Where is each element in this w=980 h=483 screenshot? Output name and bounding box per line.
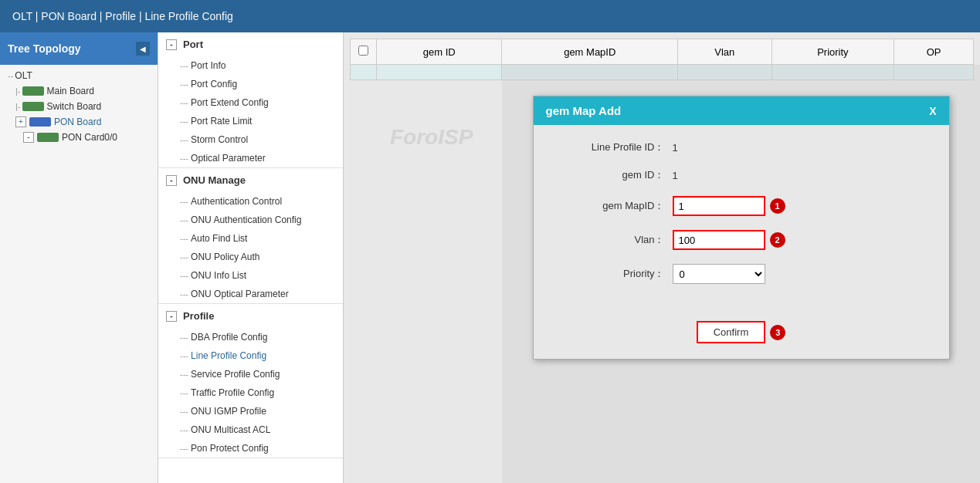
tree-item-main-board[interactable]: |- Main Board — [0, 83, 158, 99]
vlan-row: Vlan： 2 — [557, 230, 926, 250]
onu-policy-auth-item[interactable]: ONU Policy Auth — [158, 248, 343, 266]
table-header-priority: Priority — [771, 39, 894, 65]
storm-control-item[interactable]: Storm Control — [158, 130, 343, 149]
port-section-label: Port — [183, 39, 203, 50]
tree-item-pon-card[interactable]: - PON Card0/0 — [0, 130, 158, 145]
table-header-checkbox — [351, 39, 377, 65]
pon-card-label: PON Card0/0 — [62, 132, 117, 143]
step-badge-1: 1 — [770, 198, 785, 214]
authentication-control-item[interactable]: Authentication Control — [158, 192, 343, 211]
line-profile-item[interactable]: Line Profile Config — [158, 346, 343, 365]
vlan-label: Vlan： — [557, 233, 665, 247]
gem-id-row: gem ID： 1 — [557, 168, 926, 182]
line-profile-id-row: Line Profile ID： 1 — [557, 140, 926, 154]
onu-optical-param-item[interactable]: ONU Optical Parameter — [158, 285, 343, 303]
sidebar: Tree Topology ◀ -- OLT |- Main Board |- — [0, 32, 158, 483]
onu-info-list-item[interactable]: ONU Info List — [158, 266, 343, 285]
port-rate-limit-item[interactable]: Port Rate Limit — [158, 112, 343, 130]
onu-igmp-profile-item[interactable]: ONU IGMP Profile — [158, 402, 343, 421]
olt-label: OLT — [15, 70, 32, 81]
pon-board-icon — [29, 117, 51, 127]
step-badge-3: 3 — [770, 325, 785, 340]
tree-connector: -- — [8, 71, 13, 80]
table-header-op: OP — [894, 39, 974, 65]
service-profile-item[interactable]: Service Profile Config — [158, 365, 343, 383]
pon-board-expand[interactable]: + — [15, 117, 26, 127]
faded-cell — [377, 65, 502, 80]
breadcrumb-text: OLT | PON Board | Profile | Line Profile… — [12, 10, 233, 22]
line-profile-id-label: Line Profile ID： — [557, 140, 665, 154]
profile-section: - Profile DBA Profile Config Line Profil… — [158, 304, 343, 458]
pon-card-expand[interactable]: - — [23, 132, 34, 143]
line-profile-id-value: 1 — [673, 142, 678, 154]
port-config-item[interactable]: Port Config — [158, 75, 343, 93]
modal-overlay: gem Map Add X Line Profile ID： 1 — [502, 65, 980, 483]
vlan-input[interactable] — [673, 230, 765, 250]
dba-profile-item[interactable]: DBA Profile Config — [158, 328, 343, 346]
profile-section-icon[interactable]: - — [166, 311, 177, 322]
switch-board-icon — [22, 102, 44, 111]
traffic-profile-item[interactable]: Traffic Profile Config — [158, 383, 343, 402]
port-section-header[interactable]: - Port — [158, 32, 343, 56]
onu-manage-label: ONU Manage — [183, 174, 246, 186]
table-header-vlan: Vlan — [678, 39, 771, 65]
step-badge-2: 2 — [770, 232, 785, 248]
onu-auth-config-item[interactable]: ONU Authentication Config — [158, 211, 343, 229]
priority-select[interactable]: 0 1 2 3 4 5 6 7 — [673, 264, 765, 284]
onu-manage-header[interactable]: - ONU Manage — [158, 168, 343, 192]
tree-item-switch-board[interactable]: |- Switch Board — [0, 99, 158, 114]
gem-mapid-label: gem MapID： — [557, 199, 665, 213]
faded-cell — [351, 65, 377, 80]
profile-section-header[interactable]: - Profile — [158, 304, 343, 328]
tree-item-pon-board[interactable]: + PON Board — [0, 114, 158, 130]
gem-map-add-modal: gem Map Add X Line Profile ID： 1 — [533, 96, 950, 360]
breadcrumb: OLT | PON Board | Profile | Line Profile… — [0, 0, 980, 32]
onu-manage-section: - ONU Manage Authentication Control ONU … — [158, 168, 343, 304]
auto-find-list-item[interactable]: Auto Find List — [158, 229, 343, 248]
table-header-gemmapid: gem MapID — [502, 39, 678, 65]
port-info-item[interactable]: Port Info — [158, 56, 343, 75]
main-board-label: Main Board — [47, 86, 94, 96]
gem-id-label: gem ID： — [557, 168, 665, 182]
sidebar-collapse-button[interactable]: ◀ — [136, 42, 150, 56]
right-content: gem ID gem MapID Vlan Priority OP — [344, 32, 980, 483]
sidebar-title: Tree Topology — [8, 42, 81, 55]
pon-board-label: PON Board — [54, 117, 101, 127]
optical-parameter-item[interactable]: Optical Parameter — [158, 149, 343, 167]
modal-close-button[interactable]: X — [929, 105, 936, 117]
pon-card-icon — [37, 133, 59, 142]
tree-section: -- OLT |- Main Board |- Switch Board — [0, 65, 158, 148]
profile-section-label: Profile — [183, 310, 214, 322]
gem-mapid-row: gem MapID： 1 — [557, 196, 926, 216]
gem-mapid-input[interactable] — [673, 196, 765, 216]
modal-title: gem Map Add — [546, 104, 622, 117]
tree-connector-sb: |- — [15, 102, 21, 111]
confirm-button[interactable]: Confirm — [697, 321, 766, 343]
port-section: - Port Port Info Port Config Port Extend… — [158, 32, 343, 168]
modal-footer: Confirm 3 — [534, 313, 949, 359]
modal-header: gem Map Add X — [534, 96, 949, 125]
pon-protect-config-item[interactable]: Pon Protect Config — [158, 439, 343, 458]
content-area: - Port Port Info Port Config Port Extend… — [158, 32, 980, 483]
select-all-checkbox[interactable] — [358, 46, 368, 56]
port-section-icon[interactable]: - — [166, 39, 177, 50]
priority-label: Priority： — [557, 267, 665, 281]
table-header-gemid: gem ID — [377, 39, 502, 65]
sidebar-header: Tree Topology ◀ — [0, 32, 158, 65]
priority-row: Priority： 0 1 2 3 4 5 6 — [557, 264, 926, 284]
watermark: ForoISP — [390, 125, 473, 150]
gem-id-value: 1 — [673, 170, 678, 181]
onu-multicast-acl-item[interactable]: ONU Multicast ACL — [158, 421, 343, 439]
tree-connector-mb: |- — [15, 86, 21, 96]
left-panel: - Port Port Info Port Config Port Extend… — [158, 32, 344, 483]
port-extend-config-item[interactable]: Port Extend Config — [158, 93, 343, 112]
modal-body: Line Profile ID： 1 gem ID： 1 — [534, 125, 949, 313]
switch-board-label: Switch Board — [47, 101, 102, 112]
main-board-icon — [22, 86, 44, 96]
tree-item-olt[interactable]: -- OLT — [0, 68, 158, 83]
onu-manage-icon[interactable]: - — [166, 175, 177, 186]
